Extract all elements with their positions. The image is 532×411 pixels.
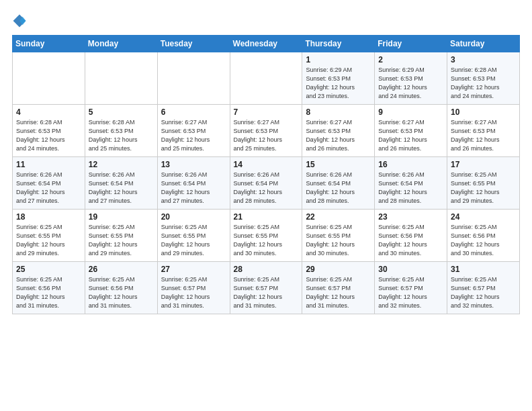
day-number: 1 <box>306 55 371 64</box>
calendar-week-1: 1Sunrise: 6:29 AM Sunset: 6:53 PM Daylig… <box>13 52 520 105</box>
day-number: 13 <box>161 160 226 169</box>
day-number: 21 <box>234 212 299 222</box>
calendar-cell: 9Sunrise: 6:27 AM Sunset: 6:53 PM Daylig… <box>375 105 447 157</box>
day-info: Sunrise: 6:25 AM Sunset: 6:56 PM Dayligh… <box>89 275 154 310</box>
day-info: Sunrise: 6:25 AM Sunset: 6:55 PM Dayligh… <box>306 223 371 258</box>
day-info: Sunrise: 6:26 AM Sunset: 6:54 PM Dayligh… <box>234 171 299 205</box>
day-number: 18 <box>16 212 81 222</box>
calendar-cell: 27Sunrise: 6:25 AM Sunset: 6:57 PM Dayli… <box>157 262 230 314</box>
day-number: 16 <box>378 160 443 169</box>
calendar-cell: 7Sunrise: 6:27 AM Sunset: 6:53 PM Daylig… <box>230 105 302 157</box>
calendar-cell: 17Sunrise: 6:25 AM Sunset: 6:55 PM Dayli… <box>447 157 520 210</box>
day-number: 27 <box>161 265 226 274</box>
day-info: Sunrise: 6:25 AM Sunset: 6:55 PM Dayligh… <box>234 223 299 258</box>
calendar-cell <box>157 52 230 105</box>
day-info: Sunrise: 6:28 AM Sunset: 6:53 PM Dayligh… <box>451 66 516 101</box>
calendar-cell: 21Sunrise: 6:25 AM Sunset: 6:55 PM Dayli… <box>230 210 302 262</box>
day-info: Sunrise: 6:26 AM Sunset: 6:54 PM Dayligh… <box>161 171 226 205</box>
day-info: Sunrise: 6:25 AM Sunset: 6:55 PM Dayligh… <box>161 223 226 258</box>
calendar-cell <box>230 52 302 105</box>
page: SundayMondayTuesdayWednesdayThursdayFrid… <box>0 0 532 411</box>
day-number: 3 <box>451 55 516 64</box>
day-info: Sunrise: 6:26 AM Sunset: 6:54 PM Dayligh… <box>378 171 443 205</box>
day-number: 12 <box>89 160 154 169</box>
day-number: 28 <box>234 265 299 274</box>
day-number: 4 <box>16 107 81 117</box>
day-number: 24 <box>451 212 516 222</box>
weekday-header-monday: Monday <box>85 36 157 52</box>
calendar-cell: 5Sunrise: 6:28 AM Sunset: 6:53 PM Daylig… <box>85 105 157 157</box>
day-info: Sunrise: 6:25 AM Sunset: 6:55 PM Dayligh… <box>451 171 516 205</box>
day-info: Sunrise: 6:28 AM Sunset: 6:53 PM Dayligh… <box>16 118 81 153</box>
calendar-cell: 28Sunrise: 6:25 AM Sunset: 6:57 PM Dayli… <box>230 262 302 314</box>
day-number: 10 <box>451 107 516 117</box>
calendar-week-5: 25Sunrise: 6:25 AM Sunset: 6:56 PM Dayli… <box>13 262 520 314</box>
calendar-cell: 29Sunrise: 6:25 AM Sunset: 6:57 PM Dayli… <box>302 262 375 314</box>
weekday-header-thursday: Thursday <box>302 36 375 52</box>
day-number: 8 <box>306 107 371 117</box>
day-info: Sunrise: 6:25 AM Sunset: 6:57 PM Dayligh… <box>306 275 371 310</box>
calendar-cell: 23Sunrise: 6:25 AM Sunset: 6:56 PM Dayli… <box>375 210 447 262</box>
calendar-cell: 24Sunrise: 6:25 AM Sunset: 6:56 PM Dayli… <box>447 210 520 262</box>
weekday-header-wednesday: Wednesday <box>230 36 302 52</box>
calendar-cell: 22Sunrise: 6:25 AM Sunset: 6:55 PM Dayli… <box>302 210 375 262</box>
weekday-header-sunday: Sunday <box>13 36 85 52</box>
calendar-cell: 26Sunrise: 6:25 AM Sunset: 6:56 PM Dayli… <box>85 262 157 314</box>
day-info: Sunrise: 6:27 AM Sunset: 6:53 PM Dayligh… <box>378 118 443 153</box>
day-info: Sunrise: 6:25 AM Sunset: 6:57 PM Dayligh… <box>161 275 226 310</box>
day-number: 7 <box>234 107 299 117</box>
day-info: Sunrise: 6:25 AM Sunset: 6:55 PM Dayligh… <box>16 223 81 258</box>
logo <box>12 12 30 28</box>
day-info: Sunrise: 6:26 AM Sunset: 6:54 PM Dayligh… <box>306 171 371 205</box>
weekday-header-tuesday: Tuesday <box>157 36 230 52</box>
day-number: 26 <box>89 265 154 274</box>
day-info: Sunrise: 6:25 AM Sunset: 6:57 PM Dayligh… <box>378 275 443 310</box>
day-info: Sunrise: 6:27 AM Sunset: 6:53 PM Dayligh… <box>306 118 371 153</box>
day-info: Sunrise: 6:25 AM Sunset: 6:57 PM Dayligh… <box>451 275 516 310</box>
logo-icon <box>12 13 27 28</box>
day-info: Sunrise: 6:28 AM Sunset: 6:53 PM Dayligh… <box>89 118 154 153</box>
day-info: Sunrise: 6:29 AM Sunset: 6:53 PM Dayligh… <box>378 66 443 101</box>
day-number: 11 <box>16 160 81 169</box>
day-number: 31 <box>451 265 516 274</box>
day-info: Sunrise: 6:26 AM Sunset: 6:54 PM Dayligh… <box>16 171 81 205</box>
calendar-cell <box>85 52 157 105</box>
calendar-cell: 1Sunrise: 6:29 AM Sunset: 6:53 PM Daylig… <box>302 52 375 105</box>
calendar-cell: 6Sunrise: 6:27 AM Sunset: 6:53 PM Daylig… <box>157 105 230 157</box>
calendar-cell: 31Sunrise: 6:25 AM Sunset: 6:57 PM Dayli… <box>447 262 520 314</box>
day-number: 30 <box>378 265 443 274</box>
day-info: Sunrise: 6:26 AM Sunset: 6:54 PM Dayligh… <box>89 171 154 205</box>
calendar-cell: 10Sunrise: 6:27 AM Sunset: 6:53 PM Dayli… <box>447 105 520 157</box>
day-number: 14 <box>234 160 299 169</box>
day-info: Sunrise: 6:25 AM Sunset: 6:55 PM Dayligh… <box>89 223 154 258</box>
calendar-cell: 18Sunrise: 6:25 AM Sunset: 6:55 PM Dayli… <box>13 210 85 262</box>
calendar-cell: 13Sunrise: 6:26 AM Sunset: 6:54 PM Dayli… <box>157 157 230 210</box>
calendar-week-4: 18Sunrise: 6:25 AM Sunset: 6:55 PM Dayli… <box>13 210 520 262</box>
calendar: SundayMondayTuesdayWednesdayThursdayFrid… <box>12 35 520 314</box>
calendar-cell: 25Sunrise: 6:25 AM Sunset: 6:56 PM Dayli… <box>13 262 85 314</box>
day-number: 22 <box>306 212 371 222</box>
day-number: 17 <box>451 160 516 169</box>
day-info: Sunrise: 6:27 AM Sunset: 6:53 PM Dayligh… <box>451 118 516 153</box>
day-info: Sunrise: 6:27 AM Sunset: 6:53 PM Dayligh… <box>234 118 299 153</box>
day-number: 2 <box>378 55 443 64</box>
day-info: Sunrise: 6:25 AM Sunset: 6:57 PM Dayligh… <box>234 275 299 310</box>
weekday-header-friday: Friday <box>375 36 447 52</box>
header <box>12 12 520 28</box>
calendar-week-3: 11Sunrise: 6:26 AM Sunset: 6:54 PM Dayli… <box>13 157 520 210</box>
calendar-cell: 8Sunrise: 6:27 AM Sunset: 6:53 PM Daylig… <box>302 105 375 157</box>
day-info: Sunrise: 6:27 AM Sunset: 6:53 PM Dayligh… <box>161 118 226 153</box>
day-info: Sunrise: 6:29 AM Sunset: 6:53 PM Dayligh… <box>306 66 371 101</box>
day-number: 5 <box>89 107 154 117</box>
calendar-cell: 19Sunrise: 6:25 AM Sunset: 6:55 PM Dayli… <box>85 210 157 262</box>
calendar-cell <box>13 52 85 105</box>
day-number: 25 <box>16 265 81 274</box>
day-number: 6 <box>161 107 226 117</box>
calendar-header-row: SundayMondayTuesdayWednesdayThursdayFrid… <box>13 36 520 52</box>
day-info: Sunrise: 6:25 AM Sunset: 6:56 PM Dayligh… <box>378 223 443 258</box>
weekday-header-saturday: Saturday <box>447 36 520 52</box>
calendar-cell: 30Sunrise: 6:25 AM Sunset: 6:57 PM Dayli… <box>375 262 447 314</box>
calendar-cell: 12Sunrise: 6:26 AM Sunset: 6:54 PM Dayli… <box>85 157 157 210</box>
day-number: 15 <box>306 160 371 169</box>
day-number: 20 <box>161 212 226 222</box>
